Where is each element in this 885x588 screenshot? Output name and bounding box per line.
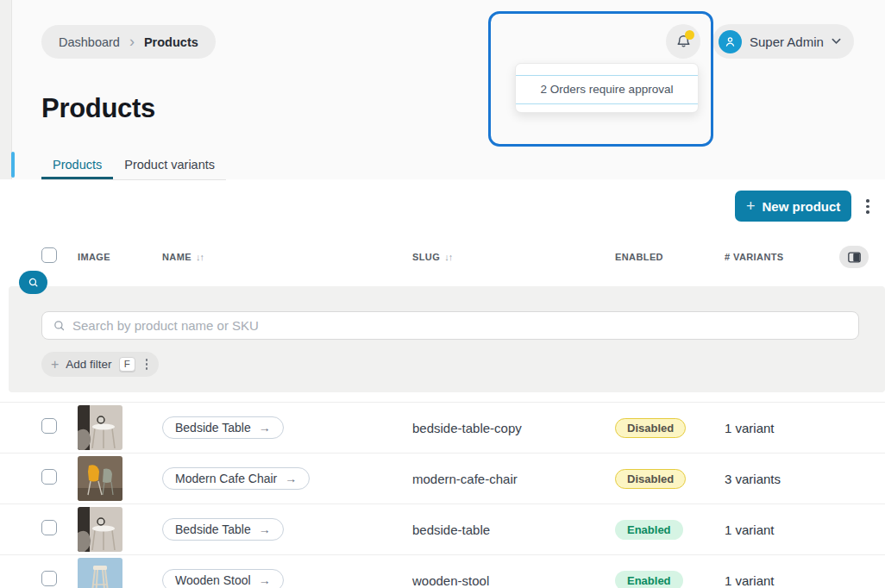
table-header: IMAGE NAME↓↑ SLUG↓↑ ENABLED # VARIANTS xyxy=(0,244,885,270)
product-slug: bedside-table-copy xyxy=(412,421,615,435)
add-filter-button[interactable]: + Add filter F xyxy=(41,352,159,377)
user-name: Super Admin xyxy=(750,34,824,49)
product-thumbnail xyxy=(78,558,122,588)
table-row: Bedside Table→ bedside-table Enabled 1 v… xyxy=(0,504,885,555)
variant-count: 1 variant xyxy=(725,573,859,588)
column-header-enabled: ENABLED xyxy=(615,252,725,262)
column-settings-button[interactable] xyxy=(839,246,869,268)
notification-dropdown: 2 Orders require approval xyxy=(515,63,699,113)
user-menu-button[interactable]: Super Admin xyxy=(712,24,854,59)
sort-icon[interactable]: ↓↑ xyxy=(196,252,204,262)
column-header-image: IMAGE xyxy=(78,252,162,262)
status-badge: Enabled xyxy=(615,571,683,588)
notification-item[interactable]: 2 Orders require approval xyxy=(516,75,698,104)
row-checkbox[interactable] xyxy=(41,520,57,535)
arrow-right-icon: → xyxy=(285,472,297,485)
avatar xyxy=(719,30,742,53)
tab-products[interactable]: Products xyxy=(41,153,113,179)
breadcrumb-item-dashboard[interactable]: Dashboard xyxy=(59,35,120,49)
status-badge: Disabled xyxy=(615,418,686,438)
filter-options-button[interactable] xyxy=(144,357,150,372)
notifications-button[interactable] xyxy=(666,24,700,59)
left-gutter xyxy=(0,0,12,179)
add-filter-label: Add filter xyxy=(66,358,111,371)
tab-product-variants[interactable]: Product variants xyxy=(113,153,226,179)
search-toggle-button[interactable] xyxy=(19,271,47,294)
variant-count: 1 variant xyxy=(725,421,859,435)
chevron-down-icon xyxy=(832,38,841,45)
select-all-checkbox[interactable] xyxy=(41,247,57,263)
status-badge: Enabled xyxy=(615,520,683,540)
scroll-indicator[interactable] xyxy=(11,152,15,178)
new-product-button[interactable]: + New product xyxy=(735,191,851,222)
search-filter-section: + Add filter F xyxy=(9,286,885,392)
columns-icon xyxy=(848,252,861,263)
column-header-name[interactable]: NAME↓↑ xyxy=(162,252,412,262)
variant-count: 3 variants xyxy=(725,472,859,486)
chevron-right-icon: › xyxy=(129,34,135,49)
sort-icon[interactable]: ↓↑ xyxy=(444,252,452,262)
table-row: Wooden Stool→ wooden-stool Enabled 1 var… xyxy=(0,555,885,588)
arrow-right-icon: → xyxy=(259,522,271,536)
status-badge: Disabled xyxy=(615,469,686,489)
row-checkbox[interactable] xyxy=(41,571,57,586)
new-product-label: New product xyxy=(763,199,841,214)
product-name-link[interactable]: Bedside Table→ xyxy=(162,518,284,541)
product-thumbnail xyxy=(78,405,122,450)
row-checkbox[interactable] xyxy=(41,418,57,434)
product-thumbnail xyxy=(78,507,122,552)
product-slug: wooden-stool xyxy=(412,573,615,588)
product-name-link[interactable]: Wooden Stool→ xyxy=(162,569,284,588)
product-name-link[interactable]: Bedside Table→ xyxy=(162,416,284,439)
product-slug: bedside-table xyxy=(412,522,615,537)
search-icon xyxy=(28,277,39,288)
notification-dot xyxy=(685,30,694,40)
more-actions-button[interactable] xyxy=(863,196,873,217)
search-box xyxy=(41,311,859,340)
column-header-variants: # VARIANTS xyxy=(725,252,837,262)
product-name-link[interactable]: Modern Cafe Chair→ xyxy=(162,467,310,490)
product-table-body: Bedside Table→ bedside-table-copy Disabl… xyxy=(0,402,885,588)
page-title: Products xyxy=(41,93,155,124)
tab-bar: Products Product variants xyxy=(41,153,226,180)
table-row: Modern Cafe Chair→ modern-cafe-chair Dis… xyxy=(0,454,885,504)
variant-count: 1 variant xyxy=(725,522,859,537)
product-thumbnail xyxy=(78,456,122,501)
product-slug: modern-cafe-chair xyxy=(412,472,615,486)
plus-icon: + xyxy=(746,198,756,214)
search-input[interactable] xyxy=(72,318,858,333)
column-header-slug[interactable]: SLUG↓↑ xyxy=(412,252,615,262)
table-row: Bedside Table→ bedside-table-copy Disabl… xyxy=(0,403,885,454)
breadcrumb: Dashboard › Products xyxy=(41,25,216,59)
user-icon xyxy=(724,35,737,48)
row-checkbox[interactable] xyxy=(41,469,57,485)
breadcrumb-item-products: Products xyxy=(144,35,198,49)
shortcut-badge: F xyxy=(119,357,135,372)
arrow-right-icon: → xyxy=(259,573,271,587)
plus-icon: + xyxy=(51,358,59,372)
search-icon xyxy=(53,319,66,332)
arrow-right-icon: → xyxy=(259,421,271,435)
